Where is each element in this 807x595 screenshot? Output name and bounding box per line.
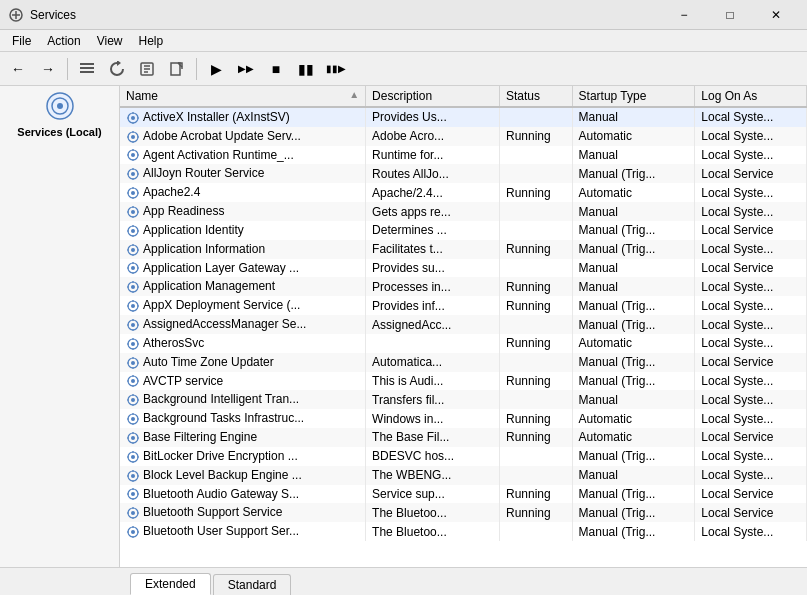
service-description: Adobe Acro...: [366, 127, 500, 146]
service-icon: [126, 148, 143, 162]
maximize-button[interactable]: □: [707, 0, 753, 30]
minimize-button[interactable]: −: [661, 0, 707, 30]
service-logOnAs: Local Syste...: [695, 447, 807, 466]
toolbar-export[interactable]: [163, 56, 191, 82]
tab-standard[interactable]: Standard: [213, 574, 292, 595]
table-row[interactable]: AVCTP serviceThis is Audi...RunningManua…: [120, 372, 807, 391]
toolbar-pause[interactable]: ▮▮: [292, 56, 320, 82]
services-local-icon: [44, 90, 76, 122]
service-description: Transfers fil...: [366, 390, 500, 409]
status-bar: Extended Standard: [0, 567, 807, 595]
menu-view[interactable]: View: [89, 30, 131, 52]
svg-point-118: [131, 436, 135, 440]
toolbar-refresh[interactable]: [103, 56, 131, 82]
service-icon: [126, 129, 143, 143]
table-row[interactable]: Base Filtering EngineThe Base Fil...Runn…: [120, 428, 807, 447]
table-row[interactable]: Adobe Acrobat Update Serv...Adobe Acro..…: [120, 127, 807, 146]
service-logOnAs: Local Syste...: [695, 277, 807, 296]
service-name: Bluetooth Audio Gateway S...: [143, 487, 299, 501]
service-name: Auto Time Zone Updater: [143, 355, 274, 369]
service-name: Application Identity: [143, 223, 244, 237]
svg-point-76: [131, 304, 135, 308]
service-startupType: Automatic: [572, 127, 695, 146]
col-description[interactable]: Description: [366, 86, 500, 107]
service-logOnAs: Local Service: [695, 428, 807, 447]
table-row[interactable]: Apache2.4Apache/2.4...RunningAutomaticLo…: [120, 183, 807, 202]
service-status: [500, 259, 573, 278]
table-row[interactable]: Agent Activation Runtime_...Runtime for.…: [120, 146, 807, 165]
service-name: App Readiness: [143, 204, 224, 218]
table-row[interactable]: Auto Time Zone UpdaterAutomatica...Manua…: [120, 353, 807, 372]
service-status: [500, 522, 573, 541]
table-row[interactable]: Bluetooth Support ServiceThe Bluetoo...R…: [120, 503, 807, 522]
table-row[interactable]: Application Layer Gateway ...Provides su…: [120, 259, 807, 278]
toolbar-properties[interactable]: [133, 56, 161, 82]
menu-help[interactable]: Help: [131, 30, 172, 52]
service-startupType: Manual: [572, 466, 695, 485]
table-row[interactable]: Background Intelligent Tran...Transfers …: [120, 390, 807, 409]
service-description: The Bluetoo...: [366, 503, 500, 522]
service-name: Application Information: [143, 242, 265, 256]
table-row[interactable]: BitLocker Drive Encryption ...BDESVC hos…: [120, 447, 807, 466]
col-status[interactable]: Status: [500, 86, 573, 107]
toolbar-start-selected[interactable]: ▶▶: [232, 56, 260, 82]
service-description: Facilitates t...: [366, 240, 500, 259]
service-logOnAs: Local Syste...: [695, 409, 807, 428]
toolbar-forward[interactable]: →: [34, 56, 62, 82]
toolbar-show-hide[interactable]: [73, 56, 101, 82]
toolbar-back[interactable]: ←: [4, 56, 32, 82]
table-row[interactable]: AppX Deployment Service (...Provides inf…: [120, 296, 807, 315]
table-row[interactable]: Application IdentityDetermines ...Manual…: [120, 221, 807, 240]
tab-extended[interactable]: Extended: [130, 573, 211, 595]
title-bar: Services − □ ✕: [0, 0, 807, 30]
service-status: [500, 107, 573, 127]
table-row[interactable]: AssignedAccessManager Se...AssignedAcc..…: [120, 315, 807, 334]
close-button[interactable]: ✕: [753, 0, 799, 30]
svg-point-124: [131, 455, 135, 459]
table-row[interactable]: AllJoyn Router ServiceRoutes AllJo...Man…: [120, 164, 807, 183]
table-row[interactable]: Block Level Backup Engine ...The WBENG..…: [120, 466, 807, 485]
left-panel-title: Services (Local): [17, 126, 101, 138]
service-name: Application Management: [143, 279, 275, 293]
service-name: Adobe Acrobat Update Serv...: [143, 129, 301, 143]
svg-point-142: [131, 511, 135, 515]
service-icon: [126, 279, 143, 293]
service-logOnAs: Local Service: [695, 485, 807, 504]
svg-point-148: [131, 530, 135, 534]
col-logon-as[interactable]: Log On As: [695, 86, 807, 107]
service-startupType: Manual (Trig...: [572, 447, 695, 466]
service-description: Automatica...: [366, 353, 500, 372]
service-name: Background Tasks Infrastruc...: [143, 411, 304, 425]
service-logOnAs: Local Syste...: [695, 390, 807, 409]
toolbar-restart[interactable]: ▮▮▶: [322, 56, 350, 82]
service-description: Runtime for...: [366, 146, 500, 165]
service-logOnAs: Local Service: [695, 221, 807, 240]
service-description: The WBENG...: [366, 466, 500, 485]
table-row[interactable]: Background Tasks Infrastruc...Windows in…: [120, 409, 807, 428]
toolbar-stop[interactable]: ■: [262, 56, 290, 82]
table-row[interactable]: Bluetooth User Support Ser...The Bluetoo…: [120, 522, 807, 541]
service-startupType: Manual (Trig...: [572, 522, 695, 541]
menu-file[interactable]: File: [4, 30, 39, 52]
svg-point-64: [131, 266, 135, 270]
col-name[interactable]: Name ▲: [120, 86, 366, 107]
table-row[interactable]: AtherosSvcRunningAutomaticLocal Syste...: [120, 334, 807, 353]
service-startupType: Manual: [572, 146, 695, 165]
service-logOnAs: Local Syste...: [695, 107, 807, 127]
svg-rect-4: [80, 67, 94, 69]
right-panel: Name ▲ Description Status Startup Type L…: [120, 86, 807, 567]
service-startupType: Manual: [572, 107, 695, 127]
col-startup-type[interactable]: Startup Type: [572, 86, 695, 107]
toolbar-start[interactable]: ▶: [202, 56, 230, 82]
service-status: [500, 466, 573, 485]
table-wrapper[interactable]: Name ▲ Description Status Startup Type L…: [120, 86, 807, 567]
service-startupType: Manual (Trig...: [572, 164, 695, 183]
table-row[interactable]: ActiveX Installer (AxInstSV)Provides Us.…: [120, 107, 807, 127]
menu-action[interactable]: Action: [39, 30, 88, 52]
table-row[interactable]: Bluetooth Audio Gateway S...Service sup.…: [120, 485, 807, 504]
table-row[interactable]: Application InformationFacilitates t...R…: [120, 240, 807, 259]
table-row[interactable]: App ReadinessGets apps re...ManualLocal …: [120, 202, 807, 221]
service-logOnAs: Local Service: [695, 164, 807, 183]
service-name: BitLocker Drive Encryption ...: [143, 449, 298, 463]
table-row[interactable]: Application ManagementProcesses in...Run…: [120, 277, 807, 296]
